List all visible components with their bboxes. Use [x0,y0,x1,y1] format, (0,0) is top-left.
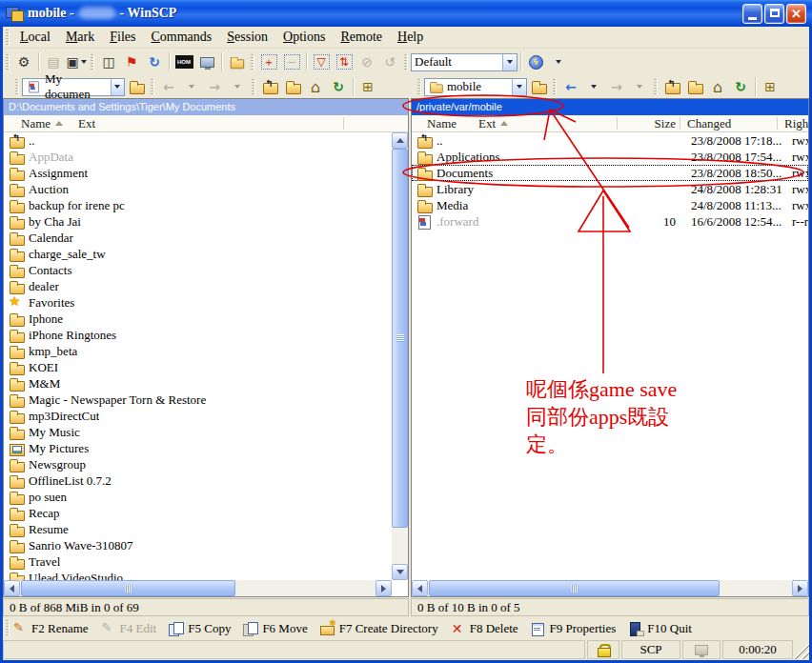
left-home-directory-button[interactable]: ⌂ [304,76,327,97]
transfer-settings-button[interactable] [225,51,248,72]
right-drive-combobox[interactable]: mobile [424,78,527,96]
f2-rename-button[interactable]: F2 Rename [12,621,89,636]
title-bar[interactable]: mobile -- WinSCP ✕ [0,0,812,27]
toolbar-gripper[interactable] [553,79,557,95]
statusbar-connection-panel[interactable] [682,640,721,659]
f10-quit-button[interactable]: F10 Quit [628,621,692,636]
file-row[interactable]: Sanrio Wave-310807 [4,537,392,553]
menu-remote[interactable]: Remote [333,28,390,47]
toolbar-gripper[interactable] [15,79,19,95]
column-divider[interactable] [343,117,344,130]
file-row[interactable]: by Cha Jai [4,213,392,230]
add-to-queue-button[interactable]: ＋ [257,51,280,72]
file-row[interactable]: .forward1016/6/2008 12:54...r--r-- [412,213,808,230]
statusbar-protocol[interactable]: SCP [621,640,680,659]
column-header-changed[interactable]: Changed [687,116,731,131]
file-row[interactable]: ..23/8/2008 17:18...rwxr- [412,132,808,149]
right-forward-button[interactable]: → [605,76,628,97]
file-row[interactable]: Library24/8/2008 1:28:31rwx-- [412,181,808,197]
remove-from-queue-button[interactable]: − [280,51,303,72]
right-open-directory-button[interactable] [527,76,550,97]
file-row[interactable]: Documents23/8/2008 18:50...rwxrw [412,165,808,181]
left-tree-button[interactable]: ⊞ [356,76,379,97]
file-row[interactable]: iPhone Ringtones [4,327,392,343]
address-book-button[interactable]: ▤ [42,51,65,72]
column-divider[interactable] [777,117,778,130]
scroll-right-button[interactable] [376,580,392,596]
clipboard-button[interactable]: ▣ [65,51,88,72]
toolbar-gripper[interactable] [654,79,658,95]
file-row[interactable]: Media24/8/2008 11:13...rwxr- [412,197,808,213]
file-row[interactable]: po suen [4,489,392,505]
toolbar-gripper[interactable] [151,79,154,95]
file-row[interactable]: Newsgroup [4,456,392,472]
right-root-directory-button[interactable] [683,76,706,97]
right-horizontal-scrollbar[interactable] [412,580,808,596]
file-row[interactable]: Recap [4,505,392,521]
file-row[interactable]: Auction [4,181,392,197]
right-forward-dropdown[interactable] [628,76,651,97]
column-divider[interactable] [680,117,680,130]
resize-grip[interactable] [795,640,809,659]
scroll-right-button[interactable] [792,580,808,596]
session-color-button[interactable]: ϟ [524,51,547,72]
left-hscroll-thumb[interactable] [21,580,235,596]
left-parent-directory-button[interactable] [258,76,281,97]
toolbar-gripper[interactable] [417,79,421,95]
remote-path-bar[interactable]: /private/var/mobile [412,99,808,115]
preferences-button[interactable]: ⚙ [12,51,35,72]
file-row[interactable]: Applications23/8/2008 17:54...rwxr- [412,149,808,165]
f9-properties-button[interactable]: F9 Properties [531,621,617,636]
file-row[interactable]: mp3DirectCut [4,408,392,424]
filter-button[interactable]: ▽ [310,51,333,72]
file-row[interactable]: Magic - Newspaper Torn & Restore [4,392,392,408]
menu-session[interactable]: Session [219,28,275,47]
right-tree-button[interactable]: ⊞ [759,76,782,97]
left-drive-dropdown[interactable] [111,79,124,95]
file-row[interactable]: My Music [4,424,392,440]
column-divider[interactable] [617,117,618,130]
right-back-dropdown[interactable] [582,76,605,97]
maximize-button[interactable] [764,4,784,24]
scroll-down-button[interactable] [392,564,408,580]
menu-mark[interactable]: Mark [58,28,102,47]
column-header-name[interactable]: Name [4,116,63,131]
left-vscroll-thumb[interactable] [392,149,408,528]
local-path-bar[interactable]: D:\Documents and Settings\Tiger\My Docum… [4,99,408,115]
close-button[interactable]: ✕ [786,4,806,24]
console-button[interactable]: HOM [173,51,195,72]
menu-options[interactable]: Options [275,28,333,47]
column-header-ext[interactable]: Ext [63,116,95,131]
file-row[interactable]: AppData [4,149,392,165]
right-drive-dropdown[interactable] [512,79,526,95]
column-header-ext[interactable]: Ext [478,116,508,131]
menu-local[interactable]: Local [12,28,58,47]
restore-layout-button[interactable]: ◫ [97,51,120,72]
disable-filter-button[interactable]: ⊘ [355,51,378,72]
left-back-button[interactable]: ← [157,76,180,97]
synchronize-button[interactable]: ↻ [143,51,166,72]
session-combobox[interactable]: Default [411,53,518,71]
file-row[interactable]: My Pictures [4,440,392,456]
reload-button[interactable]: ↺ [378,51,401,72]
file-row[interactable]: Contacts [4,262,392,278]
toolbar-gripper[interactable] [6,30,10,46]
f8-delete-button[interactable]: F8 Delete [451,621,518,636]
toolbar-gripper[interactable] [252,79,255,95]
right-hscroll-thumb[interactable] [429,580,720,596]
file-row[interactable]: kmp_beta [4,343,392,359]
file-row[interactable]: backup for irene pc [4,197,392,213]
file-row[interactable]: Favorites [4,294,392,311]
sort-button[interactable]: ⇅ [333,51,355,72]
file-row[interactable]: Travel [4,553,392,570]
toolbar-gripper[interactable] [91,54,94,70]
right-refresh-button[interactable]: ↻ [729,76,752,97]
scroll-left-button[interactable] [412,580,428,596]
scroll-left-button[interactable] [4,580,20,596]
column-header-size[interactable]: Size [634,116,676,131]
right-back-button[interactable]: ← [559,76,582,97]
file-row[interactable]: OfflineList 0.7.2 [4,472,392,489]
toolbar-gripper[interactable] [6,620,10,636]
left-forward-button[interactable]: → [203,76,226,97]
right-parent-directory-button[interactable] [660,76,683,97]
